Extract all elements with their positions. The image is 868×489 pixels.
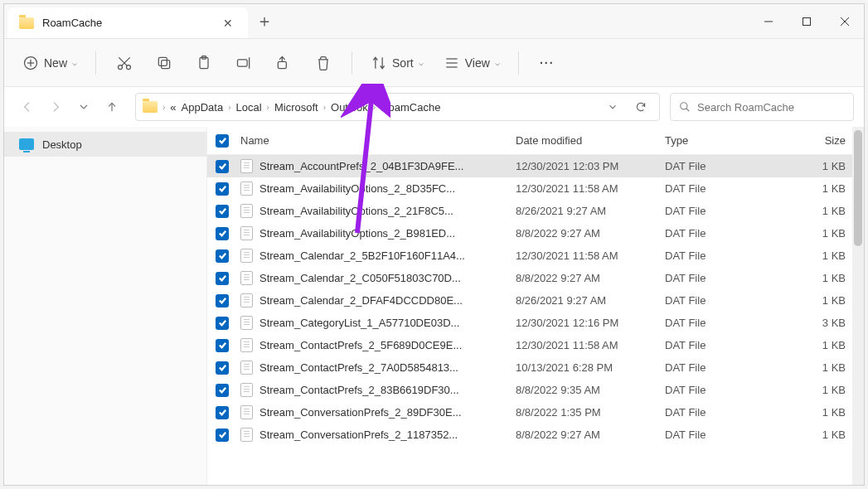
table-row[interactable]: Stream_ContactPrefs_2_83B6619DF30...8/8/… [207,379,864,401]
sort-icon [371,55,387,71]
row-checkbox[interactable] [207,361,237,375]
row-checkbox[interactable] [207,406,237,419]
delete-button[interactable] [305,48,342,78]
copy-button[interactable] [146,48,182,78]
file-date: 8/8/2022 1:35 PM [516,406,665,419]
nav-up-button[interactable] [99,94,125,120]
file-rows: Stream_AccountPrefs_2_04B1F3DA9FE...12/3… [207,155,864,485]
svg-rect-12 [158,57,167,65]
more-button[interactable]: ··· [529,48,565,78]
file-name: Stream_Calendar_2_C050F51803C70D... [259,272,516,284]
maximize-button[interactable] [788,4,826,38]
table-row[interactable]: Stream_ConversationPrefs_2_89DF30E...8/8… [207,401,864,424]
row-checkbox[interactable] [207,428,237,442]
sort-label: Sort [392,56,414,70]
breadcrumb-item[interactable]: Local› [236,101,269,114]
row-checkbox[interactable] [207,160,237,173]
breadcrumb-item[interactable]: Outlook› [331,101,376,114]
row-checkbox[interactable] [207,384,237,397]
folder-icon [143,101,158,113]
svg-point-21 [681,103,687,109]
row-checkbox[interactable] [207,227,237,240]
file-icon [240,361,253,375]
file-icon [240,226,253,240]
row-checkbox[interactable] [207,272,237,285]
minimize-button[interactable] [749,4,788,38]
scissors-icon [116,55,133,71]
file-date: 10/13/2021 6:28 PM [516,361,665,374]
col-header-name[interactable]: Name [237,134,516,147]
row-checkbox[interactable] [207,249,237,263]
table-row[interactable]: Stream_Calendar_2_C050F51803C70D...8/8/2… [207,267,864,289]
scrollbar-thumb[interactable] [854,130,862,246]
file-date: 8/26/2021 9:27 AM [516,205,665,217]
file-name: Stream_CategoryList_1_A57710DE03D... [259,317,516,329]
file-name: Stream_AccountPrefs_2_04B1F3DA9FE... [259,160,516,172]
svg-line-22 [686,109,690,112]
table-row[interactable]: Stream_ContactPrefs_2_5F689D0CE9E...12/3… [207,334,864,356]
file-list: Name Date modified Type Size Stream_Acco… [207,127,864,485]
file-icon [240,316,253,330]
new-button[interactable]: New ⌵ [14,48,85,78]
address-dropdown-button[interactable] [601,95,624,119]
nav-back-button[interactable] [14,94,41,120]
file-icon [240,383,253,397]
sort-button[interactable]: Sort ⌵ [362,48,432,78]
new-tab-button[interactable]: ＋ [248,4,281,38]
breadcrumb-item[interactable]: Microsoft› [274,101,326,114]
file-type: DAT File [665,160,788,172]
file-date: 8/8/2022 9:27 AM [516,227,665,240]
breadcrumb-item[interactable]: RoamCache [381,101,440,114]
file-type: DAT File [665,205,788,217]
file-name: Stream_ContactPrefs_2_7A0D5854813... [259,361,516,374]
new-label: New [44,56,67,70]
share-button[interactable] [265,48,302,78]
table-row[interactable]: Stream_AvailabilityOptions_2_B981ED...8/… [207,222,864,244]
search-box[interactable] [670,93,854,121]
file-icon [240,293,253,307]
row-checkbox[interactable] [207,182,237,196]
select-all-checkbox[interactable] [207,134,237,148]
clipboard-icon [196,55,212,71]
file-icon [240,405,253,419]
paste-button[interactable] [186,48,222,78]
close-tab-icon[interactable]: ✕ [220,15,236,31]
table-row[interactable]: Stream_Calendar_2_DFAF4DCCDD80E...8/26/2… [207,289,864,312]
search-icon [679,101,691,113]
file-type: DAT File [665,249,788,262]
rename-button[interactable] [225,48,262,78]
view-icon [444,55,460,71]
table-row[interactable]: Stream_AvailabilityOptions_2_21F8C5...8/… [207,200,864,222]
table-row[interactable]: Stream_CategoryList_1_A57710DE03D...12/3… [207,312,864,334]
table-row[interactable]: Stream_Calendar_2_5B2F10F160F11A4...12/3… [207,244,864,267]
file-date: 12/30/2021 12:16 PM [516,317,665,329]
tab-roamcache[interactable]: RoamCache ✕ [7,7,248,38]
table-row[interactable]: Stream_AvailabilityOptions_2_8D35FC...12… [207,177,864,200]
col-header-date[interactable]: Date modified [516,134,665,147]
row-checkbox[interactable] [207,294,237,307]
sidebar-item-label: Desktop [42,138,82,151]
close-window-button[interactable] [826,4,864,38]
refresh-button[interactable] [629,95,652,119]
breadcrumb-item[interactable]: AppData› [182,101,231,114]
nav-recent-button[interactable] [70,94,97,120]
col-header-type[interactable]: Type [665,134,788,147]
table-row[interactable]: Stream_ConversationPrefs_2_1187352...8/8… [207,424,864,446]
view-button[interactable]: View ⌵ [435,48,508,78]
row-checkbox[interactable] [207,317,237,330]
copy-icon [156,55,172,71]
sidebar-item-desktop[interactable]: Desktop [4,132,206,157]
table-row[interactable]: Stream_AccountPrefs_2_04B1F3DA9FE...12/3… [207,155,864,177]
breadcrumb-overflow[interactable]: « [170,101,176,114]
file-icon [240,182,253,196]
cut-button[interactable] [106,48,143,78]
row-checkbox[interactable] [207,205,237,218]
nav-forward-button[interactable] [42,94,69,120]
column-headers: Name Date modified Type Size [207,127,864,155]
address-bar[interactable]: › « AppData› Local› Microsoft› Outlook› … [135,93,660,121]
scrollbar[interactable] [852,127,864,485]
table-row[interactable]: Stream_ContactPrefs_2_7A0D5854813...10/1… [207,356,864,379]
file-icon [240,271,253,285]
row-checkbox[interactable] [207,339,237,352]
search-input[interactable] [697,101,845,114]
